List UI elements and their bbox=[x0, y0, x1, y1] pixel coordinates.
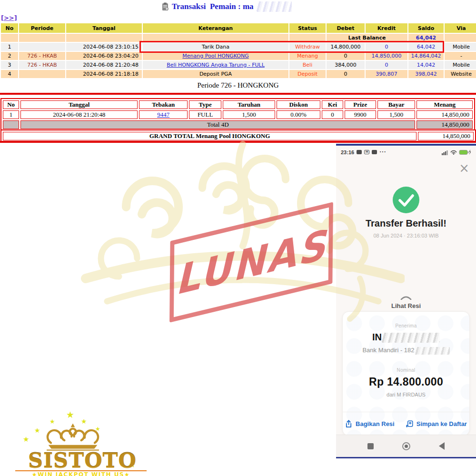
keterangan-link[interactable]: Menang Pool HONGKONG bbox=[182, 53, 248, 59]
pagination-next-link[interactable]: [>>] bbox=[1, 14, 17, 21]
recents-icon[interactable] bbox=[367, 443, 374, 449]
bet-row: 1 2024-06-08 21:20:48 9447 FULL 1,500 0.… bbox=[3, 110, 473, 119]
col-status: Status bbox=[289, 23, 326, 33]
transfer-datetime: 08 Jun 2024 · 23:16:03 WIB bbox=[336, 233, 476, 238]
sender-name: dari M FIRDAUS bbox=[343, 392, 469, 412]
star-icon: ★ bbox=[23, 435, 29, 444]
receipt-card: Penerima IN Bank Mandiri - 182 Nominal R… bbox=[342, 311, 470, 436]
keyboard-icon bbox=[372, 150, 377, 154]
col-saldo: Saldo bbox=[408, 23, 444, 33]
bet-table: No Tanggal Tebakan Type Taruhan Diskon K… bbox=[0, 98, 475, 131]
page-header: Transaksi Pemain : ma bbox=[162, 1, 292, 12]
logo-name: SISTOTO bbox=[13, 448, 151, 472]
col-debet: Debet bbox=[327, 23, 365, 33]
grand-total-label: GRAND TOTAL Menang Pool HONGKONG bbox=[3, 132, 416, 140]
close-icon[interactable]: × bbox=[459, 162, 469, 174]
grand-total-value: 14,850,000 bbox=[418, 132, 474, 140]
mail-icon: M bbox=[364, 150, 369, 154]
page: Transaksi Pemain : ma [>>] No Periode Ta… bbox=[0, 0, 476, 476]
logo-tagline: ★WIN JACKPOT WITH US★ bbox=[13, 471, 149, 476]
table-row: 4 2024-06-08 21:18:18 Deposit PGA Deposi… bbox=[1, 70, 476, 78]
penerima-label: Penerima bbox=[343, 323, 469, 328]
col-no: No bbox=[1, 23, 18, 33]
star-icon: ★ bbox=[34, 426, 40, 434]
clipboard-icon bbox=[162, 2, 169, 11]
star-icon: ★ bbox=[66, 409, 74, 420]
phone-screenshot: 23:16 M ··· × Transfer Berhasil! 08 Jun bbox=[336, 144, 476, 458]
censored-recipient bbox=[382, 333, 440, 343]
status-badge: Beli bbox=[289, 61, 326, 69]
transactions-table: No Periode Tanggal Keterangan Status Deb… bbox=[0, 22, 476, 79]
status-badge: Deposit bbox=[289, 70, 326, 78]
android-navbar bbox=[336, 435, 476, 457]
col-keterangan: Keterangan bbox=[143, 23, 288, 33]
table-row: 2 726 - HKAB 2024-06-08 23:04:20 Menang … bbox=[1, 52, 476, 60]
status-badge: Menang bbox=[289, 52, 326, 60]
censored-player-name bbox=[257, 1, 292, 12]
crown-icon bbox=[42, 422, 104, 451]
tebakan-link[interactable]: 9447 bbox=[157, 111, 169, 118]
nominal-amount: Rp 14.800.000 bbox=[343, 376, 469, 388]
sms-icon bbox=[357, 150, 362, 154]
home-icon[interactable] bbox=[402, 442, 410, 450]
nominal-label: Nominal bbox=[343, 367, 469, 373]
total-row: Total 4D 14,850,000 bbox=[3, 120, 473, 129]
share-receipt-button[interactable]: Bagikan Resi bbox=[345, 420, 395, 428]
success-check-icon bbox=[393, 187, 419, 213]
transfer-success-title: Transfer Berhasil! bbox=[336, 218, 476, 229]
last-balance-label: Last Balance bbox=[327, 34, 407, 42]
save-to-list-button[interactable]: Simpan ke Daftar bbox=[406, 420, 467, 428]
col-periode: Periode bbox=[19, 23, 65, 33]
censored-account bbox=[415, 347, 450, 355]
total-value: 14,850,000 bbox=[416, 120, 473, 129]
penerima-name: IN bbox=[343, 332, 469, 343]
keterangan-text: Deposit PGA bbox=[143, 70, 288, 78]
share-icon bbox=[345, 420, 352, 428]
phone-status-bar: 23:16 M ··· bbox=[336, 149, 476, 155]
red-divider bbox=[0, 93, 476, 95]
col-tanggal: Tanggal bbox=[66, 23, 142, 33]
last-balance-row: Last Balance 64,042 bbox=[1, 34, 476, 42]
receipt-actions: Bagikan Resi Simpan ke Daftar bbox=[343, 412, 469, 436]
keterangan-link[interactable]: Beli HONGKONG Angka Tarung - FULL bbox=[167, 62, 265, 68]
more-notifications-icon: ··· bbox=[379, 149, 386, 155]
lihat-resi-toggle[interactable]: Lihat Resi bbox=[336, 293, 476, 309]
page-title: Transaksi Pemain : ma bbox=[172, 2, 254, 11]
status-badge: Withdraw bbox=[289, 43, 326, 51]
back-icon[interactable] bbox=[439, 442, 445, 450]
lunas-stamp: LUNAS bbox=[169, 202, 333, 322]
keterangan-text: Tarik Dana bbox=[143, 43, 288, 51]
bank-account: Bank Mandiri - 182 bbox=[343, 347, 469, 355]
total-label: Total 4D bbox=[20, 120, 415, 129]
grand-total-row: GRAND TOTAL Menang Pool HONGKONG 14,850,… bbox=[3, 132, 474, 140]
chevron-up-icon bbox=[400, 296, 412, 300]
status-time: 23:16 bbox=[341, 149, 354, 155]
signal-wifi-battery-icons bbox=[442, 149, 471, 155]
table-row: 1 2024-06-08 23:10:15 Tarik Dana Withdra… bbox=[1, 43, 476, 51]
col-kredit: Kredit bbox=[366, 23, 407, 33]
col-via: Via bbox=[445, 23, 476, 33]
sistoto-logo: ★ ★ ★ ★ ★ ★ ★ SISTOTO ★WIN JACKPOT WITH … bbox=[13, 408, 151, 476]
last-balance-value: 64,042 bbox=[408, 34, 444, 42]
red-divider bbox=[0, 141, 476, 143]
periode-title: Periode 726 - HONGKONG bbox=[0, 81, 476, 89]
save-contact-icon bbox=[406, 420, 413, 428]
tx-header-row: No Periode Tanggal Keterangan Status Deb… bbox=[1, 23, 476, 33]
table-row: 3 726 - HKAB 2024-06-08 21:20:48 Beli HO… bbox=[1, 61, 476, 69]
bet-header-row: No Tanggal Tebakan Type Taruhan Diskon K… bbox=[3, 100, 473, 109]
